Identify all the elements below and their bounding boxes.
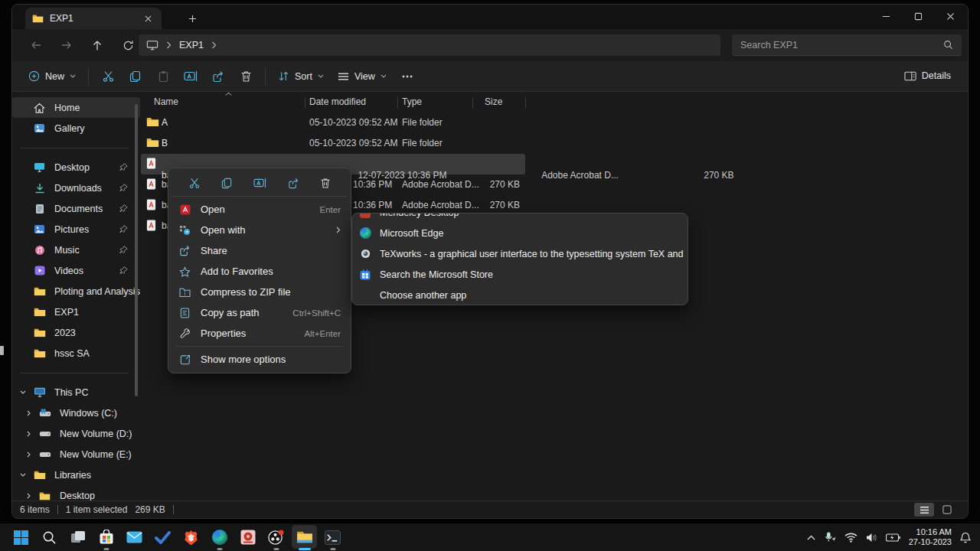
view-button[interactable]: View bbox=[331, 67, 394, 86]
taskbar-search-icon[interactable] bbox=[35, 523, 64, 551]
context-menu-item-open-with[interactable]: Open with bbox=[172, 220, 348, 240]
copy-button[interactable] bbox=[122, 64, 149, 89]
minimize-button[interactable] bbox=[870, 5, 902, 28]
explorer-tab[interactable]: EXP1 bbox=[25, 8, 162, 29]
terminal-icon[interactable] bbox=[318, 523, 347, 551]
wifi-icon[interactable] bbox=[844, 533, 858, 543]
context-menu-item-show-more-options[interactable]: Show more options bbox=[172, 349, 348, 370]
sidebar-item-new-volume-e[interactable]: New Volume (E:) bbox=[12, 444, 140, 465]
submenu-item-microsoft-edge[interactable]: Microsoft Edge bbox=[355, 223, 684, 243]
delete-button[interactable] bbox=[232, 64, 260, 89]
submenu-item-choose-another-app[interactable]: Choose another app bbox=[355, 285, 684, 305]
cut-icon[interactable] bbox=[188, 178, 201, 189]
brave-icon[interactable] bbox=[177, 523, 205, 551]
breadcrumb-folder[interactable]: EXP1 bbox=[179, 40, 204, 51]
search-icon[interactable] bbox=[943, 40, 953, 50]
file-row[interactable]: B 05-10-2023 09:52 AM File folder bbox=[141, 133, 968, 154]
maximize-button[interactable] bbox=[902, 5, 934, 28]
tab-close-icon[interactable] bbox=[141, 11, 155, 25]
file-explorer-taskbar-icon[interactable] bbox=[290, 523, 318, 551]
new-button[interactable]: New bbox=[21, 66, 83, 86]
refresh-button[interactable] bbox=[116, 34, 139, 56]
sidebar-scrollbar[interactable] bbox=[135, 104, 138, 396]
column-separator[interactable] bbox=[525, 97, 526, 108]
column-header-size[interactable]: Size bbox=[485, 96, 502, 107]
microsoft-store-taskbar-icon[interactable] bbox=[92, 523, 120, 551]
large-icons-view-toggle[interactable] bbox=[937, 503, 957, 517]
rename-icon[interactable] bbox=[253, 178, 266, 188]
sidebar-item-new-volume-d[interactable]: New Volume (D:) bbox=[12, 423, 140, 444]
search-input[interactable]: Search EXP1 bbox=[732, 34, 962, 56]
sidebar-item-gallery[interactable]: Gallery bbox=[12, 118, 140, 139]
more-options-button[interactable] bbox=[394, 64, 421, 89]
submenu-item-mendeley-clipped[interactable]: Mendeley Desktop bbox=[355, 213, 684, 223]
rename-button[interactable] bbox=[177, 64, 204, 89]
mail-icon[interactable] bbox=[120, 523, 149, 551]
start-button[interactable] bbox=[7, 523, 35, 551]
sidebar-item-exp1[interactable]: EXP1 bbox=[12, 302, 140, 322]
sidebar-item-pictures[interactable]: Pictures bbox=[12, 219, 140, 240]
sidebar-item-libraries[interactable]: Libraries bbox=[12, 465, 140, 485]
sidebar-item-hssc-sa[interactable]: hssc SA bbox=[12, 343, 140, 364]
todo-icon[interactable] bbox=[149, 523, 177, 551]
column-separator[interactable] bbox=[472, 97, 473, 108]
details-pane-button[interactable]: Details bbox=[898, 67, 957, 85]
sidebar-item-documents[interactable]: Documents bbox=[12, 198, 140, 219]
copy-icon[interactable] bbox=[221, 178, 233, 189]
file-row[interactable]: A 05-10-2023 09:52 AM File folder bbox=[141, 112, 968, 133]
context-menu-item-open[interactable]: Open Enter bbox=[172, 199, 348, 220]
cut-button[interactable] bbox=[94, 64, 122, 89]
clock-date: 27-10-2023 bbox=[909, 537, 952, 547]
details-view-toggle[interactable] bbox=[914, 503, 934, 517]
sidebar-item-desktop[interactable]: Desktop bbox=[12, 157, 140, 178]
sidebar-item-windows-c[interactable]: Windows (C:) bbox=[12, 403, 140, 423]
microphone-in-use-icon[interactable] bbox=[824, 532, 836, 543]
close-button[interactable] bbox=[934, 5, 966, 28]
new-tab-button[interactable] bbox=[184, 11, 201, 26]
sidebar-item-downloads[interactable]: Downloads bbox=[12, 178, 140, 198]
context-menu-item-compress-zip[interactable]: Compress to ZIP file bbox=[172, 282, 348, 302]
submenu-item-search-microsoft-store[interactable]: Search the Microsoft Store bbox=[355, 264, 684, 285]
share-button[interactable] bbox=[204, 64, 232, 89]
sort-button[interactable]: Sort bbox=[271, 66, 331, 86]
context-menu-item-copy-as-path[interactable]: Copy as path Ctrl+Shift+C bbox=[172, 302, 348, 323]
column-header-type[interactable]: Type bbox=[402, 96, 422, 107]
up-button[interactable] bbox=[86, 34, 109, 56]
notifications-bell-icon[interactable] bbox=[960, 532, 971, 543]
back-button[interactable] bbox=[24, 34, 47, 56]
breadcrumb[interactable]: EXP1 bbox=[139, 34, 720, 56]
hidden-icons-chevron[interactable] bbox=[807, 535, 815, 540]
edge-taskbar-icon[interactable] bbox=[205, 523, 234, 551]
share-icon[interactable] bbox=[288, 178, 299, 189]
chevron-collapsed-icon[interactable] bbox=[22, 431, 34, 437]
task-view-icon[interactable] bbox=[64, 523, 92, 551]
sidebar-item-videos[interactable]: Videos bbox=[12, 260, 140, 281]
chevron-collapsed-icon[interactable] bbox=[22, 410, 34, 416]
chevron-expanded-icon[interactable] bbox=[17, 473, 29, 477]
paste-button[interactable] bbox=[149, 64, 177, 89]
submenu-item-texworks[interactable]: TeXworks - a graphical user interface to… bbox=[355, 243, 684, 264]
chevron-collapsed-icon[interactable] bbox=[22, 452, 34, 458]
context-menu-item-properties[interactable]: Properties Alt+Enter bbox=[172, 323, 348, 344]
delete-icon[interactable] bbox=[320, 178, 331, 189]
chevron-expanded-icon[interactable] bbox=[17, 390, 29, 394]
column-separator[interactable] bbox=[305, 97, 305, 108]
chevron-collapsed-icon[interactable] bbox=[22, 493, 34, 499]
forward-button[interactable] bbox=[55, 34, 78, 56]
sidebar-item-this-pc[interactable]: This PC bbox=[12, 382, 140, 403]
navigation-pane: Home Gallery Desktop Downloads Documents… bbox=[12, 92, 140, 501]
column-separator[interactable] bbox=[397, 97, 398, 108]
sidebar-item-home[interactable]: Home bbox=[12, 97, 140, 118]
context-menu-item-add-to-favorites[interactable]: Add to Favorites bbox=[172, 261, 348, 282]
mendeley-icon[interactable] bbox=[234, 523, 262, 551]
battery-icon[interactable] bbox=[886, 533, 900, 542]
sidebar-item-ploting-and-analysis[interactable]: Ploting and Analysis bbox=[12, 281, 140, 302]
taskbar-clock[interactable]: 10:16 AM 27-10-2023 bbox=[909, 527, 952, 547]
sidebar-item-music[interactable]: Music bbox=[12, 240, 140, 260]
column-header-name[interactable]: Name bbox=[154, 96, 178, 107]
column-header-date-modified[interactable]: Date modified bbox=[309, 96, 366, 107]
obs-icon[interactable] bbox=[262, 523, 290, 551]
volume-icon[interactable] bbox=[866, 533, 877, 543]
sidebar-item-2023[interactable]: 2023 bbox=[12, 322, 140, 343]
context-menu-item-share[interactable]: Share bbox=[172, 240, 348, 261]
